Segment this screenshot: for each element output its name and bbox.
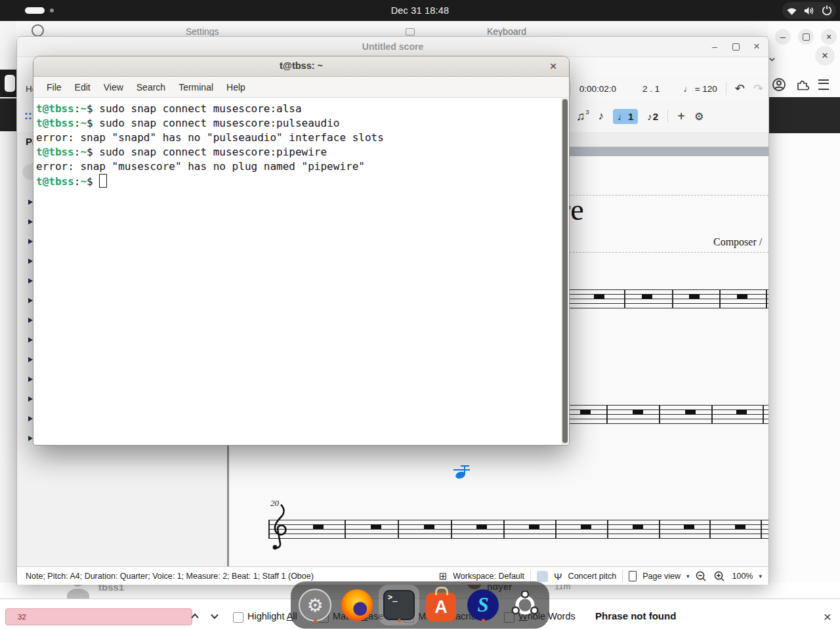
account-icon[interactable] xyxy=(772,77,786,92)
terminal-titlebar[interactable]: t@tbss: ~ × xyxy=(33,56,569,77)
musescore-titlebar[interactable]: Untitled score – × xyxy=(17,37,768,57)
expand-arrow-icon[interactable] xyxy=(28,357,33,362)
search-icon[interactable] xyxy=(32,24,44,37)
restore-button[interactable] xyxy=(798,29,814,45)
whole-rest[interactable] xyxy=(371,524,381,529)
flip-direction-button[interactable]: ♪ xyxy=(598,110,604,123)
minimize-button[interactable]: – xyxy=(775,29,791,45)
whole-rest[interactable] xyxy=(529,524,539,529)
expand-arrow-icon[interactable] xyxy=(28,377,33,382)
expand-arrow-icon[interactable] xyxy=(28,259,33,264)
zoom-out-icon[interactable] xyxy=(695,570,707,583)
whole-rest[interactable] xyxy=(580,410,591,414)
whole-rest[interactable] xyxy=(633,410,643,414)
divider xyxy=(530,570,531,583)
dock-item-firefox[interactable] xyxy=(341,587,373,623)
expand-arrow-icon[interactable] xyxy=(28,396,33,402)
voice-2-button[interactable]: ♪2 xyxy=(647,111,658,122)
whole-rest[interactable] xyxy=(684,524,694,529)
expand-arrow-icon[interactable] xyxy=(28,298,33,303)
minimize-button[interactable]: – xyxy=(707,39,723,54)
undo-icon[interactable]: ↶ xyxy=(735,81,745,96)
expand-arrow-icon[interactable] xyxy=(28,278,33,284)
whole-rest[interactable] xyxy=(476,524,487,529)
staff-line xyxy=(268,534,768,534)
terminal-menu-file[interactable]: File xyxy=(40,82,68,93)
expand-arrow-icon[interactable] xyxy=(28,200,33,205)
scrollbar-thumb[interactable] xyxy=(562,99,568,443)
barline xyxy=(709,520,711,539)
whole-rest[interactable] xyxy=(313,524,324,529)
menu-hamburger-icon[interactable] xyxy=(818,79,829,90)
dock-item-show-apps[interactable] xyxy=(509,587,541,623)
score-composer[interactable]: Composer / xyxy=(713,236,762,248)
workspace-button[interactable]: Workspace: Default xyxy=(453,572,524,581)
concert-pitch-toggle[interactable] xyxy=(537,571,548,582)
dock-item-software[interactable]: A xyxy=(425,587,457,623)
expand-arrow-icon[interactable] xyxy=(28,219,33,224)
voice-1-button[interactable]: ♩1 xyxy=(613,109,638,124)
whole-rest[interactable] xyxy=(633,524,643,529)
expand-arrow-icon[interactable] xyxy=(28,318,33,323)
terminal-menu-edit[interactable]: Edit xyxy=(68,82,97,93)
expand-arrow-icon[interactable] xyxy=(28,337,33,343)
close-button[interactable]: × xyxy=(821,29,837,45)
system-tray[interactable] xyxy=(782,2,836,19)
whole-rest[interactable] xyxy=(737,294,747,299)
terminal-menu-terminal[interactable]: Terminal xyxy=(172,82,220,93)
terminal-menu-help[interactable]: Help xyxy=(220,82,252,93)
close-icon[interactable]: × xyxy=(815,46,835,66)
terminal-title: t@tbss: ~ xyxy=(33,56,569,75)
findbar-close-icon[interactable]: × xyxy=(819,608,836,625)
whole-rest[interactable] xyxy=(581,524,591,529)
terminal-menu-search[interactable]: Search xyxy=(130,82,172,93)
concert-pitch-label[interactable]: Concert pitch xyxy=(568,572,617,581)
terminal-content[interactable]: t@tbss:~$ sudo snap connect musescore:al… xyxy=(33,98,569,445)
close-button[interactable]: × xyxy=(749,39,765,54)
divider xyxy=(667,110,668,123)
whole-rest[interactable] xyxy=(642,294,652,299)
whole-rest[interactable] xyxy=(689,294,700,299)
zoom-level[interactable]: 100% xyxy=(732,572,753,581)
whole-rest[interactable] xyxy=(736,410,747,414)
dock-item-settings[interactable]: ⚙ xyxy=(299,587,331,623)
dock-item-musescore[interactable]: S xyxy=(467,587,499,623)
power-icon xyxy=(822,5,832,16)
whole-rest[interactable] xyxy=(685,410,696,414)
view-mode-button[interactable]: Page view xyxy=(642,572,681,581)
scrollbar[interactable] xyxy=(561,98,568,444)
tuplet-button[interactable]: ♫3 xyxy=(576,110,589,123)
expand-arrow-icon[interactable] xyxy=(28,239,33,244)
find-previous-button[interactable] xyxy=(188,610,201,623)
treble-clef[interactable] xyxy=(270,503,292,553)
barline xyxy=(503,520,505,539)
window-title: Untitled score xyxy=(17,37,768,56)
chevron-down-icon[interactable]: ▾ xyxy=(686,573,690,579)
label-highlight-all[interactable]: Highlight All xyxy=(247,611,297,621)
playback-cluster: ⚙ 0:00:02:0 2 . 1 ♩ = 120 ↶ ↷ xyxy=(553,77,763,100)
add-icon[interactable]: + xyxy=(677,109,685,124)
zoom-in-icon[interactable] xyxy=(713,570,726,583)
settings-panel-title: Keyboard xyxy=(487,26,526,37)
restore-icon xyxy=(803,33,810,41)
expand-arrow-icon[interactable] xyxy=(28,436,33,441)
maximize-button[interactable] xyxy=(728,39,744,54)
toolbar-settings-gear-icon[interactable]: ⚙ xyxy=(694,110,704,123)
close-button[interactable]: × xyxy=(544,56,562,75)
terminal-menu-view[interactable]: View xyxy=(97,82,130,93)
barline xyxy=(761,520,762,539)
whole-rest[interactable] xyxy=(594,294,604,299)
dock: ⚙ >_ A S xyxy=(291,581,549,629)
whole-rest[interactable] xyxy=(424,524,434,529)
whole-rest[interactable] xyxy=(735,524,746,529)
clock[interactable]: Dec 31 18:48 xyxy=(0,0,840,21)
expand-arrow-icon[interactable] xyxy=(28,416,33,421)
chevron-down-icon[interactable]: ▾ xyxy=(759,573,762,579)
dock-item-terminal[interactable]: >_ xyxy=(383,587,415,623)
extensions-puzzle-icon[interactable] xyxy=(796,78,809,91)
terminal-window[interactable]: t@tbss: ~ × FileEditViewSearchTerminalHe… xyxy=(33,56,570,446)
checkbox-highlight-all[interactable] xyxy=(233,612,243,623)
find-input[interactable]: 32 xyxy=(5,608,192,625)
find-next-button[interactable] xyxy=(208,610,221,623)
toolbar-drag-handle[interactable] xyxy=(24,112,32,122)
